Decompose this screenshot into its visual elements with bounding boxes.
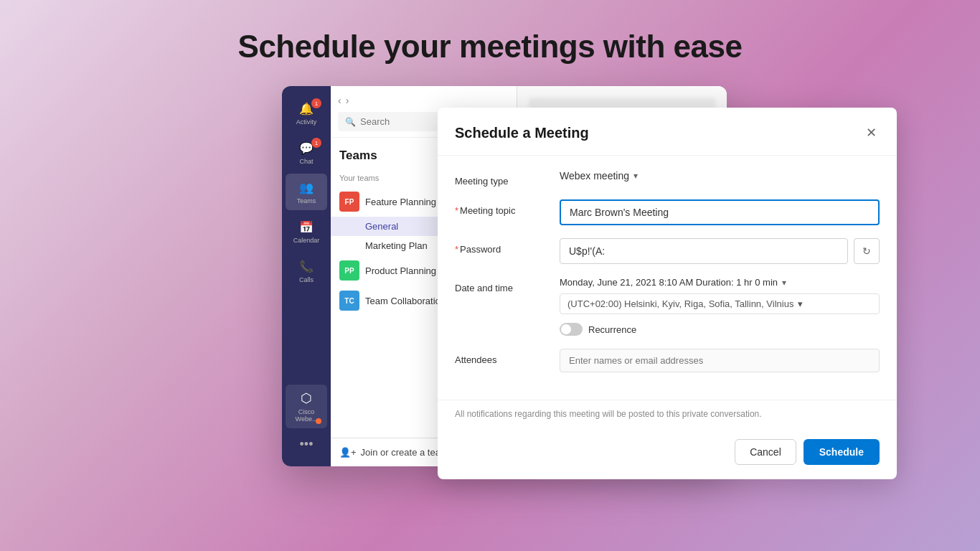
meeting-topic-label: Meeting topic: [455, 199, 548, 216]
timezone-value: (UTC+02:00) Helsinki, Kyiv, Riga, Sofia,…: [567, 298, 793, 309]
datetime-label: Date and time: [455, 277, 548, 293]
meeting-topic-row: Meeting topic: [455, 199, 880, 225]
recurrence-row: Recurrence: [560, 323, 880, 336]
modal-notice: All notifications regarding this meeting…: [438, 400, 897, 430]
chevron-down-icon: ▾: [633, 171, 638, 181]
attendees-input[interactable]: [560, 349, 880, 372]
nav-item-chat[interactable]: 💬 Chat 1: [286, 134, 327, 171]
product-planning-avatar: PP: [339, 260, 359, 281]
meeting-type-control: Webex meeting ▾: [560, 170, 880, 182]
nav-item-webex[interactable]: ⬡ Cisco Webe...: [286, 385, 327, 428]
nav-label-activity: Activity: [296, 118, 317, 126]
datetime-chevron-down-icon: ▾: [782, 278, 786, 288]
attendees-label: Attendees: [455, 349, 548, 365]
password-control: ↻: [560, 238, 880, 264]
activity-badge: 1: [311, 98, 321, 108]
sidebar-title: Teams: [339, 149, 377, 163]
meeting-type-value: Webex meeting: [560, 170, 629, 182]
webex-icon: ⬡: [298, 390, 314, 406]
timezone-chevron-down-icon: ▾: [798, 298, 803, 309]
timezone-select[interactable]: (UTC+02:00) Helsinki, Kyiv, Riga, Sofia,…: [560, 293, 880, 314]
meeting-topic-control: [560, 199, 880, 225]
join-team-label: Join or create a team: [361, 447, 448, 458]
modal-body: Meeting type Webex meeting ▾ Meeting top…: [438, 156, 897, 400]
calendar-icon: 📅: [298, 219, 314, 235]
join-team-icon: 👤+: [339, 447, 357, 458]
meeting-type-select[interactable]: Webex meeting ▾: [560, 170, 880, 182]
modal-overlay: Schedule a Meeting ✕ Meeting type Webex …: [438, 108, 897, 479]
nav-more-dots[interactable]: •••: [294, 431, 319, 458]
search-icon: 🔍: [345, 117, 356, 127]
team-collaboration-avatar: TC: [339, 291, 359, 311]
cancel-button[interactable]: Cancel: [735, 439, 796, 465]
channel-name-general: General: [365, 221, 398, 232]
password-row-inner: ↻: [560, 238, 880, 264]
join-team-button[interactable]: 👤+ Join or create a team: [339, 447, 448, 458]
nav-item-calls[interactable]: 📞 Calls: [286, 253, 327, 289]
nav-item-activity[interactable]: 🔔 Activity 1: [286, 95, 327, 131]
nav-bar: 🔔 Activity 1 💬 Chat 1 👥 Teams 📅 Calendar: [282, 86, 331, 466]
modal-title: Schedule a Meeting: [455, 125, 589, 141]
meeting-type-row: Meeting type Webex meeting ▾: [455, 170, 880, 187]
feature-planning-avatar: FP: [339, 192, 359, 212]
password-row: Password ↻: [455, 238, 880, 264]
datetime-value: Monday, June 21, 2021 8:10 AM Duration: …: [560, 277, 778, 288]
calls-icon: 📞: [298, 258, 314, 274]
recurrence-label: Recurrence: [588, 324, 636, 335]
hero-heading: Schedule your meetings with ease: [238, 29, 743, 65]
chat-badge: 1: [311, 138, 321, 148]
modal-footer: Cancel Schedule: [438, 430, 897, 479]
nav-item-teams[interactable]: 👥 Teams: [286, 174, 327, 210]
nav-label-teams: Teams: [297, 197, 316, 204]
password-input[interactable]: [560, 238, 848, 264]
nav-label-calls: Calls: [299, 276, 314, 283]
attendees-control: [560, 349, 880, 372]
password-label: Password: [455, 238, 548, 255]
back-arrow-icon[interactable]: ‹: [338, 95, 341, 106]
schedule-button[interactable]: Schedule: [804, 439, 880, 465]
schedule-meeting-modal: Schedule a Meeting ✕ Meeting type Webex …: [438, 108, 897, 479]
attendees-row: Attendees: [455, 349, 880, 372]
modal-close-button[interactable]: ✕: [863, 122, 880, 143]
channel-name-marketing: Marketing Plan: [365, 240, 428, 251]
datetime-select[interactable]: Monday, June 21, 2021 8:10 AM Duration: …: [560, 277, 880, 288]
nav-label-chat: Chat: [299, 158, 313, 165]
refresh-password-button[interactable]: ↻: [854, 238, 880, 264]
teams-icon: 👥: [298, 179, 314, 195]
webex-dot: [316, 418, 321, 424]
datetime-control: Monday, June 21, 2021 8:10 AM Duration: …: [560, 277, 880, 336]
sidebar-nav-arrows: ‹ ›: [338, 95, 509, 106]
nav-item-calendar[interactable]: 📅 Calendar: [286, 213, 327, 250]
recurrence-toggle[interactable]: [560, 323, 583, 336]
datetime-row: Date and time Monday, June 21, 2021 8:10…: [455, 277, 880, 336]
meeting-type-label: Meeting type: [455, 170, 548, 187]
meeting-topic-input[interactable]: [560, 199, 880, 225]
forward-arrow-icon[interactable]: ›: [346, 95, 349, 106]
modal-header: Schedule a Meeting ✕: [438, 108, 897, 156]
datetime-control-inner: Monday, June 21, 2021 8:10 AM Duration: …: [560, 277, 880, 336]
nav-label-calendar: Calendar: [293, 237, 320, 244]
